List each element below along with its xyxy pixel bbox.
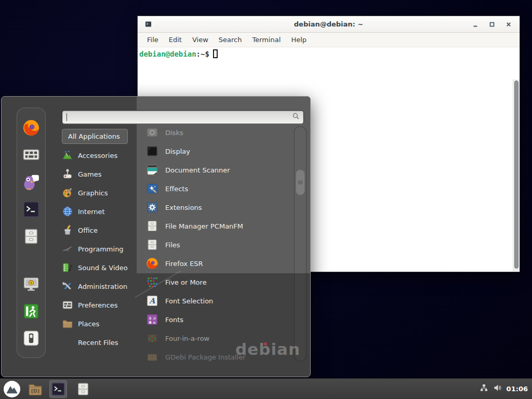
keyboard-settings-icon[interactable] [22,146,40,164]
desktop: debian@debian: ~ File Edit View Search T… [0,0,532,399]
search-icon [292,112,300,122]
category-administration[interactable]: Administration [62,277,140,296]
menu-search-box[interactable] [62,110,304,124]
app-label: Four-in-a-row [165,335,209,342]
programming-icon [62,243,73,255]
folder-icon: [D] [28,381,43,397]
category-recent-files[interactable]: Recent Files [62,333,140,352]
category-label: All Applications [68,132,120,140]
preferences-icon [62,299,73,311]
terminal-menubar: File Edit View Search Terminal Help [138,33,520,47]
menu-button[interactable] [3,380,21,398]
terminal-app-icon [145,21,152,28]
prompt-suffix: :~$ [196,50,209,58]
category-office[interactable]: Office [62,221,140,240]
volume-icon[interactable] [493,383,502,394]
terminal-icon[interactable] [22,201,40,218]
category-preferences[interactable]: Preferences [62,296,140,314]
clock[interactable]: 01:06 [507,385,528,393]
firefox-icon[interactable] [22,119,40,137]
svg-text:A: A [149,296,155,305]
category-internet[interactable]: Internet [62,202,140,221]
category-label: Internet [78,208,105,216]
app-font-selection[interactable]: A Font Selection [146,291,292,310]
graphics-icon [62,187,73,198]
app-document-scanner[interactable]: Document Scanner [146,161,292,179]
category-all-applications[interactable]: All Applications [62,129,128,144]
menu-edit[interactable]: Edit [164,34,187,46]
terminal-cursor [213,49,218,58]
minimize-icon[interactable] [471,20,480,29]
administration-icon [62,281,73,292]
app-five-or-more[interactable]: Five or More [146,273,292,291]
app-label: GDebi Package Installer [165,353,246,361]
category-list: Accessories Games Graphics Internet Offi… [62,146,140,352]
pidgin-icon[interactable] [22,174,40,191]
menu-scrollbar[interactable] [294,126,307,362]
app-disks[interactable]: Disks [146,123,292,142]
firefox-icon [146,257,158,270]
accessories-icon [62,150,73,161]
category-label: Recent Files [78,339,118,347]
app-effects[interactable]: Effects [146,179,292,198]
app-label: Disks [165,129,183,137]
close-icon[interactable] [504,20,513,29]
search-input[interactable] [62,111,292,124]
files-launcher[interactable] [74,380,92,398]
terminal-titlebar[interactable]: debian@debian: ~ [138,16,520,33]
category-label: Graphics [78,189,108,197]
menu-view[interactable]: View [187,34,214,46]
office-icon [62,224,73,236]
category-label: Office [78,227,98,234]
file-manager-launcher[interactable]: [D] [26,380,44,398]
display-icon [146,145,158,157]
category-accessories[interactable]: Accessories [62,146,140,165]
games-icon [62,168,73,180]
menu-file[interactable]: File [142,34,164,46]
app-label: Effects [165,185,188,193]
file-cabinet-icon [146,238,158,251]
menu-terminal[interactable]: Terminal [247,34,286,46]
places-icon [62,318,73,329]
network-icon[interactable] [480,383,488,394]
applications-menu: debian [1,96,311,377]
text-caret [66,113,67,121]
terminal-scrollbar[interactable] [513,79,520,271]
app-gdebi-package-installer[interactable]: GDebi Package Installer [146,348,292,366]
window-controls [471,20,513,29]
taskbar: [D] 01:06 [0,378,532,399]
category-sound-video[interactable]: Sound & Video [62,258,140,277]
category-label: Games [78,170,101,178]
menu-help[interactable]: Help [286,34,312,46]
log-out-icon[interactable] [22,302,40,320]
app-fonts[interactable]: aaaa Fonts [146,310,292,329]
app-files[interactable]: Files [146,235,292,254]
category-places[interactable]: Places [62,314,140,333]
gdebi-icon [146,351,158,363]
category-graphics[interactable]: Graphics [62,183,140,202]
maximize-icon[interactable] [487,20,497,29]
shut-down-icon[interactable] [22,329,40,347]
lock-screen-icon[interactable] [22,275,40,293]
app-label: Fonts [165,316,183,324]
app-four-in-a-row[interactable]: Four-in-a-row [146,329,292,348]
terminal-icon [51,382,65,396]
app-display[interactable]: Display [146,142,292,161]
file-cabinet-icon [76,382,90,396]
menu-scrollbar-handle[interactable] [296,169,305,195]
category-label: Administration [78,283,127,290]
system-tray: 01:06 [480,383,532,394]
app-label: Document Scanner [165,166,230,174]
document-scanner-icon [146,164,158,176]
terminal-taskbar-button[interactable] [49,380,67,398]
category-programming[interactable]: Programming [62,240,140,258]
app-file-manager-pcmanfm[interactable]: File Manager PCManFM [146,217,292,235]
app-firefox-esr[interactable]: Firefox ESR [146,254,292,273]
category-games[interactable]: Games [62,165,140,183]
disks-icon [146,126,158,139]
four-in-a-row-icon [146,332,158,344]
app-extensions[interactable]: Extensions [146,198,292,217]
file-cabinet-icon[interactable] [22,228,40,245]
terminal-scrollbar-handle[interactable] [514,81,518,269]
menu-search[interactable]: Search [214,34,247,46]
